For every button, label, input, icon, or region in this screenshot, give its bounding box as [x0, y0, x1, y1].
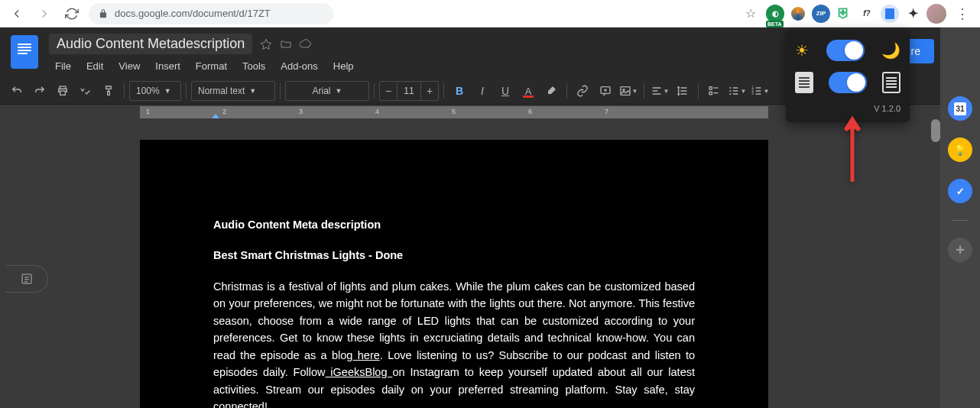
document-page[interactable]: Audio Content Meta description Best Smar… [140, 140, 768, 408]
dark-mode-toggle[interactable] [826, 40, 865, 61]
italic-button[interactable]: I [472, 81, 493, 101]
extension-icon-4[interactable]: ⛨ [835, 5, 853, 23]
moon-icon: 🌙 [881, 41, 900, 60]
doc-heading-1: Audio Content Meta description [213, 216, 695, 233]
menu-help[interactable]: Help [327, 57, 360, 75]
spellcheck-button[interactable] [75, 81, 96, 101]
page-mode-toggle[interactable] [829, 72, 867, 93]
menu-addons[interactable]: Add-ons [274, 57, 323, 75]
extension-icon-5[interactable]: f? [858, 5, 876, 23]
extension-icon-2[interactable] [789, 5, 807, 23]
font-size-value[interactable]: 11 [397, 82, 421, 100]
comment-button[interactable] [595, 81, 616, 101]
font-size-control: − 11 + [379, 81, 439, 101]
outline-toggle[interactable] [5, 265, 48, 293]
url-text: docs.google.com/document/d/17ZT [115, 8, 271, 19]
doc-body: Christmas is a festival of lights and pl… [213, 278, 695, 408]
svg-point-8 [729, 90, 731, 92]
bookmark-star-icon[interactable]: ☆ [740, 3, 761, 24]
link-here[interactable]: here [352, 349, 379, 361]
browser-chrome: docs.google.com/document/d/17ZT ☆ ◐BETA … [0, 0, 980, 28]
highlight-button[interactable] [540, 81, 562, 101]
extension-popup: ☀ 🌙 V 1.2.0 [786, 31, 910, 122]
menu-tools[interactable]: Tools [236, 57, 271, 75]
vertical-scrollbar[interactable] [931, 119, 940, 142]
font-size-decrease[interactable]: − [380, 82, 397, 100]
bullet-list-button[interactable]: ▼ [726, 81, 748, 101]
link-igeeksblog[interactable]: iGeeksBlog [325, 366, 392, 378]
move-icon[interactable] [280, 38, 292, 50]
checklist-button[interactable] [703, 81, 725, 101]
svg-point-4 [623, 89, 625, 91]
font-size-increase[interactable]: + [421, 82, 438, 100]
tasks-icon[interactable]: ✓ [948, 179, 972, 203]
dark-page-icon [882, 72, 900, 93]
docs-logo[interactable] [11, 35, 38, 69]
svg-rect-1 [60, 91, 66, 95]
side-panel: 31 💡 ✓ + [940, 28, 980, 408]
star-icon[interactable] [260, 38, 272, 50]
text-color-button[interactable]: A [518, 81, 539, 101]
link-button[interactable] [572, 81, 593, 101]
extension-icon-6[interactable] [881, 5, 899, 23]
format-paint-button[interactable] [98, 81, 119, 101]
image-button[interactable]: ▼ [618, 81, 639, 101]
underline-button[interactable]: U [495, 81, 516, 101]
light-page-icon [795, 72, 813, 93]
align-button[interactable]: ▼ [649, 81, 670, 101]
font-select[interactable]: Arial▼ [285, 81, 369, 101]
extension-icon-1[interactable]: ◐BETA [766, 5, 784, 23]
paragraph-style-select[interactable]: Normal text▼ [191, 81, 275, 101]
print-button[interactable] [52, 81, 73, 101]
url-bar[interactable]: docs.google.com/document/d/17ZT [89, 3, 333, 24]
browser-menu-icon[interactable]: ⋮ [951, 5, 974, 22]
undo-button[interactable] [6, 81, 28, 101]
zoom-select[interactable]: 100%▼ [129, 81, 181, 101]
document-title[interactable]: Audio Content Metadescription [49, 34, 252, 54]
svg-point-9 [729, 93, 731, 95]
doc-heading-2: Best Smart Christmas Lights - Done [213, 247, 695, 264]
menu-file[interactable]: File [49, 57, 77, 75]
reload-button[interactable] [61, 3, 83, 24]
menu-edit[interactable]: Edit [80, 57, 109, 75]
menu-bar: File Edit View Insert Format Tools Add-o… [49, 57, 887, 75]
line-spacing-button[interactable] [672, 81, 693, 101]
add-addon-button[interactable]: + [948, 238, 972, 262]
cloud-icon[interactable] [300, 38, 312, 50]
menu-view[interactable]: View [112, 57, 146, 75]
browser-profile-avatar[interactable] [926, 4, 946, 24]
forward-button[interactable] [34, 3, 55, 24]
svg-rect-6 [709, 92, 712, 94]
svg-point-7 [729, 87, 731, 89]
numbered-list-button[interactable]: 123▼ [749, 81, 771, 101]
menu-format[interactable]: Format [190, 57, 233, 75]
extensions-menu-icon[interactable]: ✦ [904, 5, 922, 23]
back-button[interactable] [6, 3, 28, 24]
extension-icon-3[interactable]: ZIP [812, 5, 830, 23]
bold-button[interactable]: B [449, 81, 470, 101]
svg-text:3: 3 [751, 92, 754, 96]
calendar-icon[interactable]: 31 [948, 96, 972, 121]
extension-version: V 1.2.0 [795, 104, 900, 113]
lock-icon [98, 8, 109, 19]
annotation-arrow [841, 113, 864, 185]
redo-button[interactable] [29, 81, 50, 101]
svg-rect-5 [709, 87, 712, 89]
menu-insert[interactable]: Insert [149, 57, 187, 75]
document-canvas: Audio Content Meta description Best Smar… [0, 121, 980, 408]
keep-icon[interactable]: 💡 [948, 138, 972, 162]
sun-icon: ☀ [795, 41, 809, 60]
